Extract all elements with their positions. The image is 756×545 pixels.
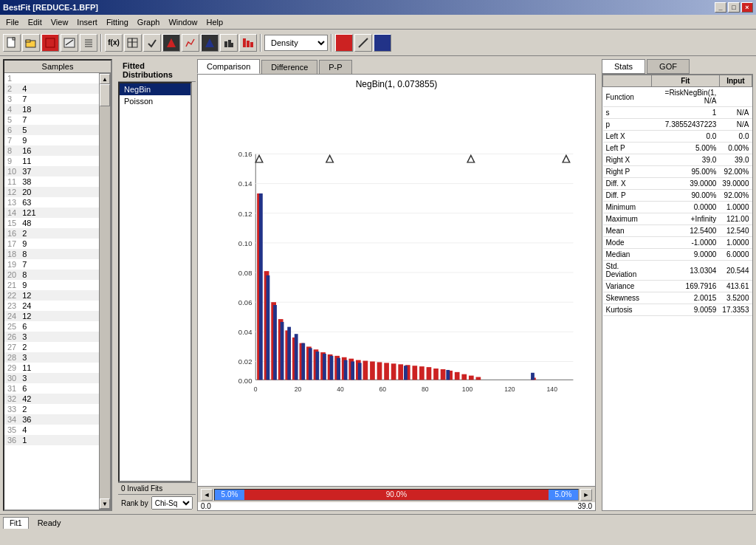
dark-fill-btn[interactable]	[374, 34, 391, 52]
status-fit-tab[interactable]: Fit1	[3, 517, 29, 529]
line-btn[interactable]	[354, 34, 372, 52]
percentile-bar-container: ◄ 5.0% 90.0% 5.0% ►	[198, 486, 595, 502]
dist-poisson[interactable]: Poisson	[120, 95, 190, 107]
fitted-dist-panel: NegBin Poisson	[118, 82, 192, 482]
table-row: 162	[4, 228, 99, 239]
stats-content: Fit Input Function=RiskNegBin(1, N/As1N/…	[602, 74, 753, 511]
table-row: Mean12.540012.540	[603, 225, 752, 237]
table-row: 37	[4, 94, 99, 104]
table-row: 263	[4, 332, 99, 342]
tab-comparison[interactable]: Comparison	[197, 59, 260, 74]
invalid-fits: 0 Invalid Fits	[118, 482, 196, 494]
svg-rect-79	[259, 193, 263, 380]
menu-insert[interactable]: Insert	[72, 16, 102, 28]
graph-btn1[interactable]	[162, 34, 180, 52]
new-button[interactable]	[3, 34, 21, 52]
maximize-button[interactable]: □	[728, 2, 740, 13]
close-button[interactable]: ×	[741, 2, 753, 13]
table-row: 14121	[4, 208, 99, 218]
status-text: Ready	[32, 518, 61, 527]
graph-btn5[interactable]	[239, 34, 257, 52]
table-row: 219	[4, 280, 99, 290]
tab-pp[interactable]: P-P	[319, 60, 351, 74]
table-row: 1037	[4, 166, 99, 176]
graph-btn4[interactable]	[220, 34, 238, 52]
density-dropdown[interactable]: Density Cumulative Survival	[264, 35, 328, 51]
samples-scrollbar[interactable]: ▲ ▼	[99, 73, 111, 510]
open-button[interactable]	[22, 34, 40, 52]
tab-gof[interactable]: GOF	[647, 59, 690, 74]
svg-text:80: 80	[422, 385, 429, 393]
menu-window[interactable]: Window	[164, 16, 202, 28]
svg-text:0.02: 0.02	[238, 357, 252, 366]
pct-right-arrow[interactable]: ►	[580, 489, 592, 501]
menu-help[interactable]: Help	[202, 16, 228, 28]
svg-rect-82	[281, 322, 284, 380]
svg-rect-94	[404, 366, 408, 380]
svg-rect-92	[351, 361, 354, 380]
scroll-up-btn[interactable]: ▲	[100, 74, 110, 84]
graph-btn2[interactable]	[182, 34, 199, 52]
svg-text:0.10: 0.10	[238, 239, 252, 247]
check-button[interactable]	[143, 34, 161, 52]
svg-rect-17	[228, 40, 231, 47]
stats-tabs: Stats GOF	[602, 59, 753, 74]
svg-rect-4	[46, 38, 55, 47]
scroll-down-btn[interactable]: ▼	[100, 498, 110, 509]
svg-text:0.16: 0.16	[238, 150, 252, 158]
svg-text:0.08: 0.08	[238, 269, 252, 277]
graph-btn3[interactable]	[201, 34, 219, 52]
table-row: 188	[4, 249, 99, 259]
table-row: 79	[4, 135, 99, 145]
function-button[interactable]: f(x)	[105, 34, 123, 52]
svg-text:0.12: 0.12	[238, 210, 252, 218]
table-row: 1	[4, 73, 99, 83]
svg-rect-12	[132, 38, 137, 47]
svg-text:0.06: 0.06	[238, 298, 252, 306]
svg-rect-86	[309, 348, 312, 380]
svg-text:100: 100	[462, 385, 473, 393]
menu-bar: File Edit View Insert Fitting Graph Wind…	[0, 15, 756, 30]
window-controls: _ □ ×	[715, 2, 753, 13]
rank-select[interactable]: Chi-Sq K-S A-D	[151, 496, 193, 510]
pct-mid-section: 90.0%	[244, 490, 549, 500]
tab-stats[interactable]: Stats	[602, 59, 645, 74]
svg-rect-72	[441, 369, 446, 380]
svg-rect-19	[243, 38, 246, 47]
tab-difference[interactable]: Difference	[261, 60, 317, 74]
table-button[interactable]	[124, 34, 142, 52]
table-row: 208	[4, 270, 99, 280]
menu-file[interactable]: File	[1, 16, 24, 28]
chart-area: NegBin(1, 0.073855) 0.16 0.14 0.12 0.10	[197, 74, 596, 511]
svg-rect-85	[301, 343, 305, 380]
svg-text:0: 0	[254, 385, 258, 393]
svg-marker-44	[467, 155, 475, 162]
svg-marker-45	[563, 155, 570, 162]
table-row: 1548	[4, 218, 99, 228]
svg-rect-84	[295, 334, 298, 380]
menu-fitting[interactable]: Fitting	[102, 16, 133, 28]
svg-rect-76	[469, 376, 474, 380]
dist-negbin[interactable]: NegBin	[120, 83, 190, 95]
table-row: 361	[4, 435, 99, 445]
svg-rect-63	[377, 362, 382, 380]
pct-left-arrow[interactable]: ◄	[201, 489, 213, 501]
pct-right-value: 39.0	[578, 502, 592, 510]
fit-button[interactable]	[61, 34, 78, 52]
menu-edit[interactable]: Edit	[24, 16, 47, 28]
menu-view[interactable]: View	[47, 16, 73, 28]
table-row: Kurtosis9.005917.3353	[603, 304, 752, 316]
svg-marker-42	[255, 155, 263, 162]
table-row: 1363	[4, 197, 99, 208]
svg-rect-83	[287, 327, 291, 380]
table-row: 57	[4, 114, 99, 125]
svg-rect-1	[13, 38, 15, 40]
minimize-button[interactable]: _	[715, 2, 726, 13]
menu-graph[interactable]: Graph	[133, 16, 165, 28]
list-button[interactable]	[80, 34, 97, 52]
red-fill-btn[interactable]	[335, 34, 353, 52]
table-row: Right X39.039.0	[603, 154, 752, 166]
save-button[interactable]	[41, 34, 59, 52]
svg-text:0.00: 0.00	[238, 377, 252, 385]
table-row: Diff. P90.00%92.00%	[603, 190, 752, 202]
